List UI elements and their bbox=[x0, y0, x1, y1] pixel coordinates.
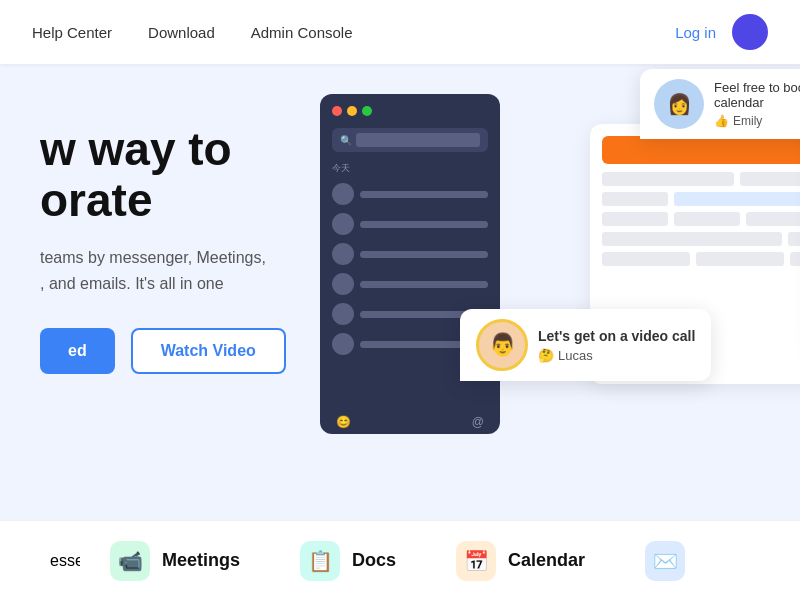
docs-icon: 📋 bbox=[300, 541, 340, 581]
search-icon: 🔍 bbox=[340, 135, 352, 146]
watch-video-button[interactable]: Watch Video bbox=[131, 328, 286, 374]
emily-bubble-sender: 👍 Emily bbox=[714, 114, 800, 128]
cal-cell-8 bbox=[674, 212, 740, 226]
tab-meetings[interactable]: 📹 Meetings bbox=[80, 541, 270, 581]
calendar-icon: 📅 bbox=[456, 541, 496, 581]
lucas-bubble-content: Let's get on a video call 🤔 Lucas bbox=[538, 328, 695, 363]
cal-cell-9 bbox=[746, 212, 800, 226]
calendar-label: Calendar bbox=[508, 550, 585, 571]
cal-row-2 bbox=[602, 192, 800, 206]
hero-text: w way to orate teams by messenger, Meeti… bbox=[40, 104, 340, 520]
cal-row-5 bbox=[602, 252, 800, 266]
nav-links: Help Center Download Admin Console bbox=[32, 24, 675, 41]
cal-cell-1 bbox=[602, 172, 734, 186]
hero-title: w way to orate bbox=[40, 124, 340, 225]
emily-bubble: 👩 Feel free to book my calendar 👍 Emily bbox=[640, 69, 800, 139]
today-label: 今天 bbox=[332, 162, 488, 175]
cal-header-bar bbox=[602, 136, 800, 164]
tab-more[interactable]: ✉️ bbox=[615, 541, 715, 581]
cal-row-1 bbox=[602, 172, 800, 186]
lucas-bubble-text: Let's get on a video call bbox=[538, 328, 695, 344]
hero-buttons: ed Watch Video bbox=[40, 328, 340, 374]
msg-avatar-3 bbox=[332, 243, 354, 265]
msg-bar-1 bbox=[360, 191, 488, 198]
msg-bar-3 bbox=[360, 251, 488, 258]
lucas-bubble: 👨 Let's get on a video call 🤔 Lucas bbox=[460, 309, 711, 381]
cal-cell-2 bbox=[740, 172, 800, 186]
hero-visual: 🔍 今天 bbox=[320, 64, 800, 520]
cal-cell-10 bbox=[602, 232, 782, 246]
msg-avatar-6 bbox=[332, 333, 354, 355]
messenger-panel: 🔍 今天 bbox=[320, 94, 500, 434]
messenger-label: essenger bbox=[50, 552, 80, 570]
login-button[interactable]: Log in bbox=[675, 24, 716, 41]
nav-download[interactable]: Download bbox=[148, 24, 215, 41]
lucas-avatar: 👨 bbox=[476, 319, 528, 371]
cal-cell-5 bbox=[674, 192, 800, 206]
msg-footer: 😊 @ bbox=[332, 415, 488, 429]
dot-yellow bbox=[347, 106, 357, 116]
cal-cell-12 bbox=[602, 252, 690, 266]
search-bar[interactable]: 🔍 bbox=[332, 128, 488, 152]
msg-avatar-2 bbox=[332, 213, 354, 235]
emily-name: Emily bbox=[733, 114, 762, 128]
mention-icon: @ bbox=[472, 415, 484, 429]
msg-line-2 bbox=[332, 213, 488, 235]
msg-avatar-5 bbox=[332, 303, 354, 325]
emoji-icon: 😊 bbox=[336, 415, 351, 429]
msg-line-4 bbox=[332, 273, 488, 295]
bottom-tabs: essenger 📹 Meetings 📋 Docs 📅 Calendar ✉️ bbox=[0, 520, 800, 600]
tab-docs[interactable]: 📋 Docs bbox=[270, 541, 426, 581]
hero-section: w way to orate teams by messenger, Meeti… bbox=[0, 64, 800, 520]
emily-bubble-text: Feel free to book my calendar bbox=[714, 80, 800, 110]
cal-cell-7 bbox=[602, 212, 668, 226]
meetings-label: Meetings bbox=[162, 550, 240, 571]
tab-calendar[interactable]: 📅 Calendar bbox=[426, 541, 615, 581]
dot-red bbox=[332, 106, 342, 116]
emily-avatar: 👩 bbox=[654, 79, 704, 129]
nav-right: Log in bbox=[675, 14, 768, 50]
lucas-bubble-sender: 🤔 Lucas bbox=[538, 348, 695, 363]
get-started-button[interactable]: ed bbox=[40, 328, 115, 374]
msg-line-3 bbox=[332, 243, 488, 265]
docs-label: Docs bbox=[352, 550, 396, 571]
avatar[interactable] bbox=[732, 14, 768, 50]
dot-green bbox=[362, 106, 372, 116]
msg-bar-4 bbox=[360, 281, 488, 288]
msg-bar-2 bbox=[360, 221, 488, 228]
navbar: Help Center Download Admin Console Log i… bbox=[0, 0, 800, 64]
tab-messenger[interactable]: essenger bbox=[20, 552, 80, 570]
msg-line-1 bbox=[332, 183, 488, 205]
more-icon: ✉️ bbox=[645, 541, 685, 581]
emily-emoji: 👍 bbox=[714, 114, 729, 128]
cal-row-3 bbox=[602, 212, 800, 226]
msg-avatar-1 bbox=[332, 183, 354, 205]
cal-row-4 bbox=[602, 232, 800, 246]
msg-avatar-4 bbox=[332, 273, 354, 295]
nav-admin-console[interactable]: Admin Console bbox=[251, 24, 353, 41]
cal-cell-11 bbox=[788, 232, 800, 246]
meetings-icon: 📹 bbox=[110, 541, 150, 581]
nav-help-center[interactable]: Help Center bbox=[32, 24, 112, 41]
cal-cell-14 bbox=[790, 252, 800, 266]
lucas-name: Lucas bbox=[558, 348, 593, 363]
search-input-fake bbox=[356, 133, 480, 147]
cal-cell-13 bbox=[696, 252, 784, 266]
hero-subtitle: teams by messenger, Meetings,, and email… bbox=[40, 245, 300, 296]
lucas-emoji: 🤔 bbox=[538, 348, 554, 363]
cal-cell-4 bbox=[602, 192, 668, 206]
mac-dots bbox=[332, 106, 488, 116]
emily-bubble-content: Feel free to book my calendar 👍 Emily bbox=[714, 80, 800, 128]
